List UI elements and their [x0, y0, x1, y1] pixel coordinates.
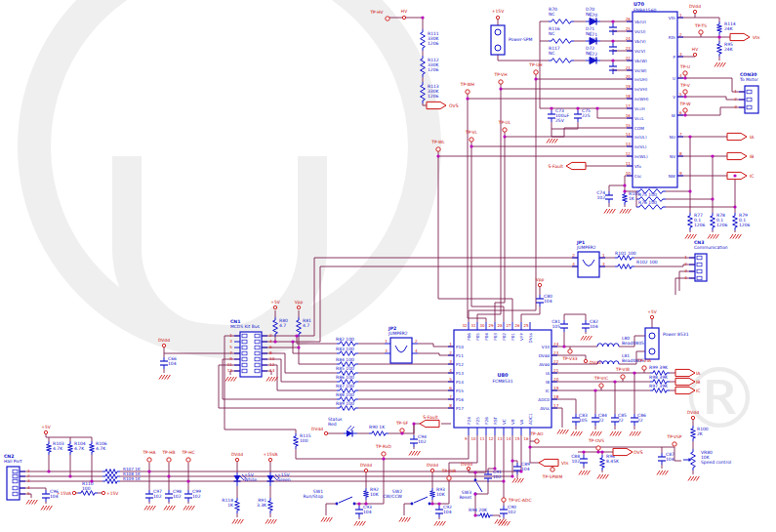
pin-number: 14: [626, 132, 632, 137]
pin-name: VPP: [519, 333, 524, 341]
resistor-R114: R11424K: [717, 21, 736, 35]
testpoint-label: TP-UL: [498, 120, 511, 125]
resistor-R118: R1181K: [222, 498, 239, 513]
resistor-R85: R85 100: [336, 366, 358, 375]
resistor-R89: R89 100: [336, 401, 358, 410]
pin-number: 8: [679, 151, 682, 156]
resistor-R101: R101 100: [615, 251, 636, 260]
label: 102: [508, 510, 516, 514]
testpoint-label: TP-HA: [142, 450, 155, 455]
pin-name: P02: [502, 333, 507, 341]
pin-name: P15: [456, 389, 464, 393]
pin-number: 2: [679, 32, 682, 37]
wire: [471, 146, 504, 322]
gnd-symbol: [688, 476, 699, 481]
pin-name: P11: [456, 353, 464, 358]
gnd-symbol: [708, 234, 718, 239]
pin-number: 18: [553, 394, 559, 399]
label: 102: [418, 439, 427, 444]
junction-dot: [534, 77, 537, 80]
wire: [521, 307, 540, 322]
wire: [564, 314, 586, 320]
junction-dot: [550, 106, 552, 109]
testpoint-label: TP-V33: [561, 356, 577, 361]
pin-name: Vs(W): [634, 68, 647, 73]
wire: [679, 271, 695, 291]
junction-dot: [711, 154, 714, 157]
junction-dot: [167, 474, 170, 477]
connector-CN2: CN2Hall Port12345: [4, 454, 30, 500]
capacitor-C72: C72335: [589, 52, 617, 74]
label: 22: [598, 418, 604, 423]
pin-name: In(WH): [634, 97, 649, 102]
pin-name: NU: [670, 135, 675, 140]
label: 24K: [724, 47, 734, 52]
resistor-R88: R88 100: [336, 392, 358, 401]
jumper-JP2: 1234JP2JUMPER2: [385, 326, 418, 363]
tag-Vts: Vts: [539, 459, 569, 466]
label: NC: [586, 12, 592, 17]
pin-number: 24: [626, 36, 632, 41]
junction-dot: [519, 470, 522, 472]
gnd-symbol: [232, 519, 243, 524]
pin-number: 4: [269, 339, 272, 344]
pin-number: 19: [553, 386, 559, 390]
label: Reset: [459, 495, 471, 500]
capacitor-C80: C80104: [536, 294, 552, 307]
pin-number: 22: [626, 56, 632, 61]
gnd-symbol: [164, 506, 175, 511]
label: 104: [363, 510, 372, 514]
label: R90 1K: [369, 425, 386, 430]
pin-number: 30: [479, 323, 485, 328]
pin-name: P16: [456, 397, 464, 402]
tag-IA: IA: [727, 133, 755, 140]
label: 225: [582, 113, 591, 118]
capacitor-C92: C92104: [435, 505, 452, 517]
capacitor-C84: C8422: [592, 413, 607, 426]
label: 102: [192, 494, 201, 499]
label: 104: [168, 361, 177, 366]
pin-name: In(UH): [634, 77, 648, 82]
label: R87 100: [336, 384, 354, 389]
pin-number: 24: [553, 342, 559, 347]
junction-dot: [68, 474, 71, 477]
gnd-symbol: [557, 430, 568, 434]
tag-IB: IB: [727, 152, 755, 159]
pin-name: P01: [511, 333, 515, 341]
capacitor-C88: C88102: [571, 454, 588, 467]
pin-number: 3: [449, 359, 452, 364]
testpoint-TP-VC-ADC: TP-VC-ADC: [502, 498, 532, 503]
junction-dot: [623, 189, 626, 192]
switch-SW2: SW2CW/CCW: [383, 489, 430, 505]
gnd-symbol: [159, 375, 170, 380]
label: R102 100: [636, 260, 658, 265]
testpoint-label: TP-HB: [161, 450, 175, 455]
pin-name: VC: [502, 419, 507, 425]
tag-Vts: Vts: [730, 33, 760, 40]
watermark-u: [127, 156, 312, 342]
pin-name: P25: [475, 417, 480, 425]
pin-number: 20: [553, 377, 559, 382]
pin-name: IA: [546, 371, 550, 376]
label: 104: [590, 324, 598, 329]
pin-name: Vb(W): [634, 59, 647, 63]
label: R84 100: [336, 357, 354, 362]
flag-label: +15VA: [57, 491, 71, 496]
flag-label: +15V: [492, 9, 504, 14]
watermark-circle: [34, 0, 425, 342]
testpoint-TP-HA: TP-HA: [142, 450, 155, 462]
gnd-symbol: [409, 451, 420, 456]
capacitor-C97: C97102: [145, 489, 162, 502]
flag-+15V: +15V: [102, 491, 118, 496]
flag-DVdd: DVdd: [461, 462, 472, 471]
label: R76 100: [638, 200, 657, 205]
resistor-R79: R790.11206: [733, 213, 751, 230]
junction-dot: [683, 76, 686, 79]
pin-number: 11: [479, 436, 485, 441]
label: 102: [596, 195, 605, 200]
pin-name: P10: [456, 345, 464, 349]
label: 104: [443, 510, 452, 514]
pin-number: 22: [553, 359, 559, 364]
junction-dot: [683, 95, 686, 98]
pin-number: 5: [679, 92, 682, 97]
